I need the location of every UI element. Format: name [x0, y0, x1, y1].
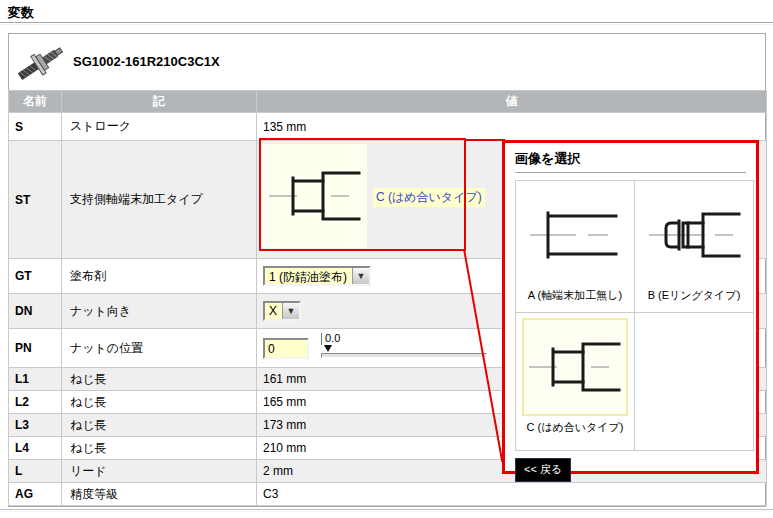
shaft-type-c-icon: [529, 331, 621, 403]
var-name: L: [9, 460, 62, 483]
var-name: L3: [9, 414, 62, 437]
var-value: C3: [257, 483, 767, 506]
col-header-name: 名前: [9, 91, 62, 113]
var-desc: 塗布剤: [62, 259, 257, 294]
shaft-type-a-image: [522, 186, 628, 284]
var-name: PN: [9, 329, 62, 368]
image-option-empty: [635, 313, 754, 451]
slider-value-label: 0.0: [325, 332, 340, 344]
var-name: L4: [9, 437, 62, 460]
coating-dropdown[interactable]: 1 (防錆油塗布) ▼: [263, 266, 371, 286]
popup-title: 画像を選択: [515, 150, 746, 173]
slider-track[interactable]: [321, 353, 487, 358]
image-option-a[interactable]: A (軸端末加工無し): [516, 181, 635, 313]
part-thumbnail-icon: [15, 40, 67, 90]
var-desc: ねじ長: [62, 437, 257, 460]
var-desc: ストローク: [62, 113, 257, 141]
image-option-grid: A (軸端末加工無し) B (Eリングタイプ): [515, 180, 754, 451]
var-name: GT: [9, 259, 62, 294]
shaft-type-a-icon: [528, 200, 623, 270]
shaft-type-c-image-selected: [522, 318, 628, 416]
var-desc: ねじ長: [62, 391, 257, 414]
callout-connector-top: [464, 139, 505, 141]
bottom-divider: [0, 509, 773, 512]
var-name: L1: [9, 368, 62, 391]
image-option-label: C (はめ合いタイプ): [516, 420, 634, 441]
col-header-description: 記: [62, 91, 257, 113]
nut-position-input[interactable]: [263, 338, 309, 359]
nut-position-slider[interactable]: 0.0: [321, 332, 487, 364]
page-title: 変数: [8, 4, 34, 22]
table-row-s: S ストローク 135 mm: [9, 113, 767, 141]
var-desc: ナット向き: [62, 294, 257, 329]
dropdown-arrow-icon[interactable]: ▼: [282, 303, 299, 319]
var-name: AG: [9, 483, 62, 506]
var-desc: ナットの位置: [62, 329, 257, 368]
page: 変数 SG1002-161R210C3C1X: [0, 0, 773, 518]
var-name: ST: [9, 141, 62, 259]
slider-thumb-icon[interactable]: [324, 345, 332, 352]
shaft-type-c-image[interactable]: [262, 144, 367, 248]
nut-direction-dropdown[interactable]: X ▼: [263, 301, 301, 321]
back-button[interactable]: << 戻る: [515, 458, 571, 482]
coating-dropdown-value: 1 (防錆油塗布): [265, 268, 352, 284]
shaft-type-c-icon: [269, 160, 361, 232]
part-header: SG1002-161R210C3C1X: [9, 34, 765, 90]
title-divider: [0, 22, 773, 25]
image-option-label: A (軸端末加工無し): [516, 288, 634, 309]
table-header-row: 名前 記 値: [9, 91, 767, 113]
image-option-c[interactable]: C (はめ合いタイプ): [516, 313, 635, 451]
slider-tick: [321, 333, 322, 345]
var-desc: ねじ長: [62, 414, 257, 437]
shaft-type-b-image: [641, 186, 747, 284]
var-desc: リード: [62, 460, 257, 483]
part-number: SG1002-161R210C3C1X: [73, 54, 220, 69]
var-desc: 精度等級: [62, 483, 257, 506]
image-select-popup: 画像を選択 A (軸端末加工無し): [502, 140, 759, 474]
var-desc: 支持側軸端末加工タイプ: [62, 141, 257, 259]
selected-shaft-type-caption: C (はめ合いタイプ): [373, 188, 485, 207]
var-value: 135 mm: [257, 113, 767, 141]
var-name: DN: [9, 294, 62, 329]
nut-direction-dropdown-value: X: [265, 303, 282, 319]
col-header-value: 値: [257, 91, 767, 113]
image-option-b[interactable]: B (Eリングタイプ): [635, 181, 754, 313]
var-desc: ねじ長: [62, 368, 257, 391]
var-name: S: [9, 113, 62, 141]
dropdown-arrow-icon[interactable]: ▼: [352, 268, 369, 284]
table-row-ag: AG 精度等級 C3: [9, 483, 767, 506]
image-option-label: B (Eリングタイプ): [635, 288, 753, 309]
shaft-type-b-icon: [647, 200, 742, 270]
var-name: L2: [9, 391, 62, 414]
